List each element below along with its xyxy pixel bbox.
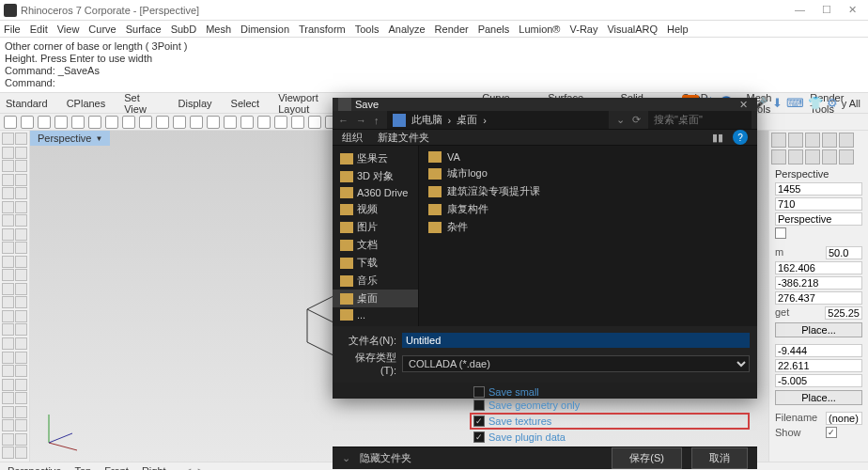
- place-button[interactable]: Place...: [775, 390, 862, 405]
- tool-icon[interactable]: [2, 147, 14, 159]
- file-item[interactable]: 城市logo: [423, 164, 753, 182]
- path-seg[interactable]: 桌面: [457, 113, 477, 127]
- chevron-down-icon[interactable]: ⌄: [342, 452, 350, 464]
- viewtab-right[interactable]: Right: [142, 465, 166, 471]
- toolbar-icon[interactable]: [257, 116, 271, 129]
- tab-standard[interactable]: Standard: [6, 98, 48, 109]
- new-folder-button[interactable]: 新建文件夹: [378, 131, 429, 145]
- tool-icon[interactable]: [15, 323, 27, 336]
- toolbar-icon[interactable]: [274, 116, 287, 129]
- tool-icon[interactable]: [15, 133, 27, 145]
- tool-icon[interactable]: [15, 187, 27, 199]
- panel-icon[interactable]: [771, 133, 786, 148]
- toolbar-icon[interactable]: [207, 116, 220, 129]
- tool-icon[interactable]: [2, 352, 14, 364]
- ime-icon-7[interactable]: ⚙: [827, 96, 838, 110]
- tab-scroll[interactable]: ◄ ►: [183, 465, 207, 471]
- tool-icon[interactable]: [15, 201, 27, 213]
- tool-icon[interactable]: [2, 296, 14, 308]
- toolbar-icon[interactable]: [21, 116, 34, 129]
- tool-icon[interactable]: [15, 174, 27, 186]
- tool-icon[interactable]: [15, 446, 27, 459]
- path-seg[interactable]: 此电脑: [411, 113, 442, 127]
- panel-value[interactable]: Perspective: [775, 212, 862, 226]
- tool-icon[interactable]: [15, 256, 27, 268]
- option-checkbox[interactable]: [473, 431, 485, 443]
- tool-icon[interactable]: [15, 214, 27, 227]
- tree-item[interactable]: 文档: [333, 236, 418, 254]
- tool-icon[interactable]: [15, 269, 27, 281]
- tool-icon[interactable]: [15, 352, 27, 364]
- panel-icon[interactable]: [839, 149, 854, 164]
- panel-icon[interactable]: [839, 133, 854, 148]
- tool-icon[interactable]: [15, 296, 27, 308]
- command-area[interactable]: Other corner of base or length ( 3Point …: [0, 38, 868, 93]
- tool-icon[interactable]: [15, 433, 27, 446]
- toolbar-icon[interactable]: [240, 116, 254, 129]
- option-checkbox[interactable]: [473, 415, 485, 427]
- dialog-close-icon[interactable]: ✕: [736, 99, 752, 111]
- panel-value[interactable]: 1455: [775, 182, 862, 196]
- file-item[interactable]: 建筑渲染专项提升课: [423, 182, 753, 200]
- close-icon[interactable]: ✕: [848, 4, 857, 16]
- panel-checkbox[interactable]: [826, 427, 837, 438]
- tool-icon[interactable]: [15, 228, 27, 241]
- toolbar-icon[interactable]: [224, 116, 237, 129]
- tool-icon[interactable]: [2, 419, 14, 431]
- tool-icon[interactable]: [15, 379, 27, 391]
- view-icon[interactable]: ▮▮: [712, 132, 723, 144]
- tool-icon[interactable]: [2, 174, 14, 186]
- organize-menu[interactable]: 组织: [342, 131, 363, 145]
- tab-cplanes[interactable]: CPlanes: [67, 98, 106, 109]
- place-button[interactable]: Place...: [775, 322, 862, 337]
- panel-value[interactable]: 710: [775, 197, 862, 211]
- panel-value[interactable]: -9.444: [775, 344, 862, 357]
- viewtab-perspective[interactable]: Perspective: [8, 465, 61, 471]
- menu-v-ray[interactable]: V-Ray: [569, 24, 597, 35]
- tool-icon[interactable]: [2, 406, 14, 418]
- option-checkbox[interactable]: [473, 386, 485, 398]
- tool-icon[interactable]: [2, 337, 14, 350]
- toolbar-icon[interactable]: [54, 116, 68, 129]
- tool-icon[interactable]: [2, 446, 14, 459]
- search-input[interactable]: 搜索"桌面": [648, 111, 752, 129]
- menu-analyze[interactable]: Analyze: [388, 24, 425, 35]
- tab-set-view[interactable]: Set View: [124, 92, 159, 115]
- menu-panels[interactable]: Panels: [478, 24, 510, 35]
- toolbar-icon[interactable]: [291, 116, 304, 129]
- toolbar-icon[interactable]: [190, 116, 203, 129]
- refresh-icon[interactable]: ⟳: [632, 114, 641, 126]
- maximize-icon[interactable]: ☐: [822, 4, 831, 16]
- file-item[interactable]: 杂件: [423, 218, 753, 236]
- toolbar-icon[interactable]: [88, 116, 101, 129]
- tab-select[interactable]: Select: [231, 98, 260, 109]
- panel-icon[interactable]: [822, 133, 837, 148]
- menu-curve[interactable]: Curve: [88, 24, 116, 35]
- tool-icon[interactable]: [15, 337, 27, 350]
- panel-icon[interactable]: [788, 149, 803, 164]
- tree-item[interactable]: ...: [333, 307, 418, 322]
- ime-icon-4[interactable]: ⬇: [772, 96, 783, 110]
- filetype-select[interactable]: COLLADA (*.dae): [402, 355, 750, 372]
- tool-icon[interactable]: [15, 310, 27, 322]
- tab-display[interactable]: Display: [178, 98, 212, 109]
- panel-value[interactable]: 22.611: [775, 359, 862, 372]
- minimize-icon[interactable]: —: [795, 4, 805, 16]
- menu-transform[interactable]: Transform: [299, 24, 346, 35]
- viewtab-top[interactable]: Top: [74, 465, 91, 471]
- viewtab-front[interactable]: Front: [104, 465, 129, 471]
- menu-tools[interactable]: Tools: [355, 24, 380, 35]
- panel-icon[interactable]: [805, 149, 820, 164]
- tree-item[interactable]: 音乐: [333, 272, 418, 290]
- up-icon[interactable]: ↑: [374, 115, 380, 126]
- file-item[interactable]: VA: [423, 149, 753, 164]
- path-chevron-icon[interactable]: ⌄: [616, 114, 625, 126]
- tool-icon[interactable]: [2, 187, 14, 199]
- tree-item[interactable]: A360 Drive: [333, 185, 418, 200]
- tool-icon[interactable]: [2, 365, 14, 377]
- option-checkbox[interactable]: [473, 400, 485, 411]
- menu-view[interactable]: View: [57, 24, 80, 35]
- panel-icon[interactable]: [822, 149, 837, 164]
- tool-icon[interactable]: [15, 242, 27, 254]
- toolbar-icon[interactable]: [308, 116, 321, 129]
